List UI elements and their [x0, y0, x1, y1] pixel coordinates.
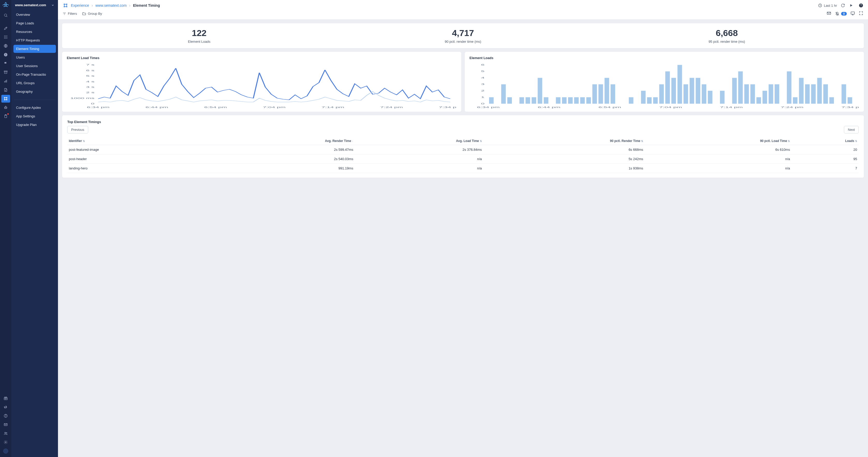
sidebar-item-overview[interactable]: Overview: [13, 10, 56, 19]
monitor-icon[interactable]: [850, 11, 855, 16]
svg-rect-112: [817, 78, 822, 104]
breadcrumb-root[interactable]: Experience: [71, 3, 89, 7]
svg-rect-2: [4, 35, 5, 36]
table-row[interactable]: post-header2s 540.03msn/a5s 242msn/a95: [67, 154, 859, 164]
sidebar-item-configure-apdex[interactable]: Configure Apdex: [13, 104, 56, 112]
app-logo[interactable]: [2, 2, 9, 9]
breadcrumb-app[interactable]: www.sematext.com: [95, 3, 127, 7]
kpi: 122Element Loads: [67, 28, 331, 44]
column-header[interactable]: Avg. Load Time⇅: [355, 137, 484, 145]
sidebar-item-app-settings[interactable]: App Settings: [13, 112, 56, 120]
file-icon[interactable]: [1, 86, 10, 94]
svg-rect-90: [665, 71, 670, 104]
globe-icon[interactable]: [1, 42, 10, 50]
help-circle-icon[interactable]: [859, 3, 863, 8]
alerts-button[interactable]: 0: [835, 11, 847, 16]
svg-rect-101: [744, 84, 749, 104]
search-icon[interactable]: [1, 11, 10, 19]
sidebar-app-selector[interactable]: www.sematext.com: [11, 0, 58, 9]
svg-rect-78: [574, 97, 579, 104]
svg-text:7:04 pm: 7:04 pm: [659, 106, 682, 109]
svg-rect-95: [695, 78, 700, 104]
svg-point-28: [5, 432, 6, 433]
clipboard-icon[interactable]: [1, 112, 10, 120]
svg-rect-8: [4, 38, 5, 38]
svg-text:2 s: 2 s: [86, 91, 94, 94]
alert-circle-icon[interactable]: [1, 51, 10, 59]
svg-text:2: 2: [481, 89, 485, 92]
column-header[interactable]: 90 pctl. Render Time⇅: [484, 137, 645, 145]
svg-rect-17: [5, 80, 6, 82]
avatar-icon[interactable]: [1, 447, 10, 455]
svg-text:7 s: 7 s: [86, 63, 94, 66]
svg-text:7:24 pm: 7:24 pm: [781, 106, 804, 109]
sidebar-item-resources[interactable]: Resources: [13, 28, 56, 36]
folder-icon: [82, 12, 86, 16]
kpi-label: 90 pctl. render time (ms): [331, 40, 595, 44]
refresh-icon[interactable]: [841, 3, 845, 8]
sidebar-item-element-timing[interactable]: Element Timing: [13, 45, 56, 53]
experience-icon: [63, 3, 68, 8]
sidebar-item-url-groups[interactable]: URL Groups: [13, 79, 56, 87]
megaphone-icon[interactable]: [1, 403, 10, 411]
users-icon[interactable]: [1, 430, 10, 437]
svg-text:6:44 pm: 6:44 pm: [146, 106, 168, 109]
svg-rect-113: [823, 84, 828, 104]
sidebar-item-users[interactable]: Users: [13, 53, 56, 61]
sidebar-item-page-loads[interactable]: Page Loads: [13, 19, 56, 27]
svg-rect-16: [4, 81, 5, 82]
table-title: Top Element Timings: [67, 120, 859, 124]
kpi-label: 95 pctl. render time (ms): [595, 40, 859, 44]
table-row[interactable]: post-featured-image2s 599.47ms2s 376.84m…: [67, 145, 859, 154]
mail-icon[interactable]: [827, 11, 831, 16]
svg-text:6 s: 6 s: [86, 69, 94, 72]
robot-icon[interactable]: [1, 104, 10, 111]
time-range-selector[interactable]: Last 1 hr: [818, 3, 837, 7]
filters-button[interactable]: Filters: [63, 12, 77, 16]
column-header[interactable]: Loads⇅: [792, 137, 859, 145]
chevron-right-icon: ›: [129, 3, 130, 7]
next-button[interactable]: Next: [844, 126, 859, 134]
archive-icon[interactable]: [1, 68, 10, 76]
sidebar-item-http-requests[interactable]: HTTP Requests: [13, 36, 56, 44]
svg-rect-96: [702, 84, 707, 104]
svg-text:0: 0: [91, 102, 94, 105]
sidebar-item-geography[interactable]: Geography: [13, 88, 56, 95]
column-header[interactable]: Avg. Render Time↓: [215, 137, 355, 145]
column-header[interactable]: Identifier⇅: [67, 137, 215, 145]
gear-icon[interactable]: [1, 438, 10, 446]
grid-icon[interactable]: [1, 33, 10, 41]
svg-point-1: [4, 14, 7, 16]
svg-text:3: 3: [481, 83, 485, 86]
chart-element-load-times: Element Load Times 01000 ms2 s3 s4 s5 s6…: [62, 52, 461, 112]
sidebar: www.sematext.com OverviewPage LoadsResou…: [11, 0, 58, 457]
bar-chart-icon[interactable]: [1, 77, 10, 85]
flag-icon[interactable]: [1, 60, 10, 67]
kpi-panel: 122Element Loads4,71790 pctl. render tim…: [62, 23, 864, 48]
svg-rect-7: [7, 37, 7, 37]
svg-rect-107: [787, 71, 792, 104]
sidebar-item-upgrade-plan[interactable]: Upgrade Plan: [13, 121, 56, 129]
app-title: www.sematext.com: [15, 3, 46, 7]
svg-rect-97: [708, 91, 712, 104]
mail-icon[interactable]: [1, 421, 10, 429]
svg-rect-86: [641, 91, 646, 104]
icon-rail: [0, 0, 11, 457]
sidebar-item-on-page-transactio[interactable]: On-Page Transactio: [13, 70, 56, 79]
previous-button[interactable]: Previous: [67, 126, 88, 134]
column-header[interactable]: 90 pctl. Load Time⇅: [645, 137, 792, 145]
help-icon[interactable]: [1, 412, 10, 420]
svg-rect-93: [683, 84, 688, 104]
svg-rect-9: [5, 38, 6, 38]
group-by-button[interactable]: Group By: [82, 12, 102, 16]
table-row[interactable]: landing-hero991.19msn/a1s 938msn/a7: [67, 164, 859, 173]
fullscreen-icon[interactable]: [859, 11, 863, 16]
rocket-icon[interactable]: [1, 24, 10, 32]
gift-icon[interactable]: [1, 394, 10, 402]
play-icon[interactable]: [849, 3, 854, 8]
svg-rect-69: [507, 97, 512, 104]
experience-icon[interactable]: [1, 95, 10, 103]
sidebar-item-user-sessions[interactable]: User Sessions: [13, 62, 56, 70]
svg-rect-15: [4, 71, 7, 72]
svg-rect-84: [611, 84, 615, 104]
